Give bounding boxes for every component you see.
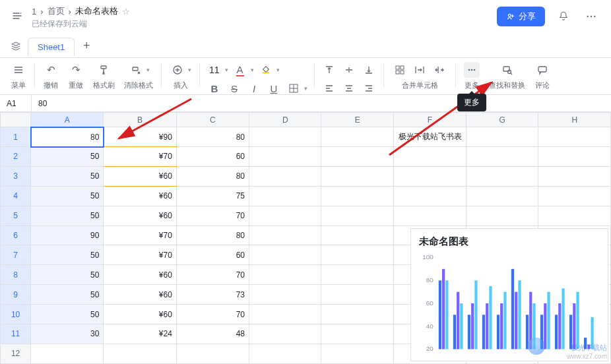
cell-C8[interactable]: 70 bbox=[176, 265, 249, 285]
menu-icon[interactable] bbox=[11, 62, 26, 78]
cell-D4[interactable] bbox=[249, 186, 321, 206]
cell-D1[interactable] bbox=[249, 127, 321, 147]
cell-E11[interactable] bbox=[321, 324, 393, 344]
cell-A6[interactable]: 90 bbox=[31, 226, 104, 245]
col-header-A[interactable]: A bbox=[31, 113, 104, 127]
select-all-corner[interactable] bbox=[1, 113, 31, 127]
cell-B10[interactable]: ¥60 bbox=[104, 305, 177, 324]
cell-A7[interactable]: 50 bbox=[31, 245, 104, 265]
align-left-button[interactable] bbox=[321, 80, 337, 96]
add-sheet-button[interactable]: + bbox=[77, 37, 96, 55]
layers-icon[interactable] bbox=[7, 37, 25, 55]
row-header-4[interactable]: 4 bbox=[1, 186, 31, 206]
cell-C11[interactable]: 48 bbox=[176, 324, 249, 344]
find-replace-button[interactable] bbox=[499, 62, 515, 78]
cell-A8[interactable]: 50 bbox=[31, 265, 104, 285]
font-size-value[interactable]: 11 bbox=[207, 65, 222, 75]
format-painter-button[interactable] bbox=[96, 62, 112, 78]
cell-C9[interactable]: 73 bbox=[176, 285, 249, 305]
cell-B3[interactable]: ¥60 bbox=[104, 166, 177, 186]
fill-color-button[interactable] bbox=[258, 62, 274, 78]
row-header-3[interactable]: 3 bbox=[1, 166, 31, 186]
wrap-button[interactable] bbox=[412, 62, 428, 78]
cell-C5[interactable]: 70 bbox=[176, 206, 249, 226]
col-header-H[interactable]: H bbox=[538, 113, 611, 127]
row-header-12[interactable]: 12 bbox=[1, 344, 31, 363]
cell-B11[interactable]: ¥24 bbox=[104, 324, 177, 344]
cell-E7[interactable] bbox=[321, 245, 393, 265]
overflow-button[interactable] bbox=[432, 62, 447, 78]
align-right-button[interactable] bbox=[361, 80, 377, 96]
strike-button[interactable]: S bbox=[226, 80, 242, 96]
cell-D12[interactable] bbox=[249, 344, 321, 363]
row-header-9[interactable]: 9 bbox=[1, 285, 31, 305]
row-header-2[interactable]: 2 bbox=[1, 147, 31, 167]
cell-B2[interactable]: ¥70 bbox=[104, 147, 177, 167]
cell-D3[interactable] bbox=[249, 166, 321, 186]
cell-A5[interactable]: 50 bbox=[31, 206, 104, 226]
tab-sheet1[interactable]: Sheet1 bbox=[28, 38, 75, 56]
cell-A11[interactable]: 30 bbox=[31, 324, 104, 344]
cell-G2[interactable] bbox=[466, 147, 538, 167]
undo-button[interactable]: ↶ bbox=[43, 62, 59, 78]
cell-H4[interactable] bbox=[538, 186, 611, 206]
cell-D6[interactable] bbox=[249, 226, 321, 245]
row-header-10[interactable]: 10 bbox=[1, 305, 31, 324]
cell-C4[interactable]: 75 bbox=[176, 186, 249, 206]
col-header-C[interactable]: C bbox=[176, 113, 249, 127]
cell-E8[interactable] bbox=[321, 265, 393, 285]
cell-D10[interactable] bbox=[249, 305, 321, 324]
cell-B4[interactable]: ¥60 bbox=[104, 186, 177, 206]
valign-top-button[interactable] bbox=[321, 62, 337, 78]
border-button[interactable] bbox=[286, 80, 302, 96]
row-header-6[interactable]: 6 bbox=[1, 226, 31, 245]
cell-H5[interactable] bbox=[538, 206, 611, 226]
font-color-button[interactable]: A bbox=[232, 62, 248, 78]
chart-panel[interactable]: 未命名图表 20406080100 bbox=[410, 228, 608, 361]
row-header-11[interactable]: 11 bbox=[1, 324, 31, 344]
cell-G1[interactable] bbox=[466, 127, 538, 147]
cell-D11[interactable] bbox=[249, 324, 321, 344]
cell-E10[interactable] bbox=[321, 305, 393, 324]
breadcrumb-home[interactable]: 首页 bbox=[48, 5, 65, 17]
col-header-B[interactable]: B bbox=[104, 113, 177, 127]
comment-button[interactable] bbox=[534, 62, 550, 78]
row-header-5[interactable]: 5 bbox=[1, 206, 31, 226]
notification-icon[interactable] bbox=[554, 7, 573, 26]
valign-middle-button[interactable] bbox=[341, 62, 357, 78]
freeze-button[interactable] bbox=[392, 62, 408, 78]
align-center-button[interactable] bbox=[341, 80, 357, 96]
cell-E6[interactable] bbox=[321, 226, 393, 245]
row-header-7[interactable]: 7 bbox=[1, 245, 31, 265]
folder-number[interactable]: 1 bbox=[32, 7, 36, 16]
cell-F5[interactable] bbox=[393, 206, 466, 226]
cell-A10[interactable]: 50 bbox=[31, 305, 104, 324]
cell-H2[interactable] bbox=[538, 147, 611, 167]
valign-bottom-button[interactable] bbox=[361, 62, 377, 78]
underline-button[interactable]: U bbox=[266, 80, 282, 96]
cell-F4[interactable] bbox=[393, 186, 466, 206]
row-header-8[interactable]: 8 bbox=[1, 265, 31, 285]
col-header-E[interactable]: E bbox=[321, 113, 393, 127]
cell-D8[interactable] bbox=[249, 265, 321, 285]
cell-A4[interactable]: 50 bbox=[31, 186, 104, 206]
share-button[interactable]: 分享 bbox=[497, 7, 545, 26]
cell-C1[interactable]: 80 bbox=[176, 127, 249, 147]
cell-D2[interactable] bbox=[249, 147, 321, 167]
more-toolbar-button[interactable] bbox=[464, 62, 480, 78]
cell-F2[interactable] bbox=[393, 147, 466, 167]
cell-A12[interactable] bbox=[31, 344, 104, 363]
formula-value[interactable]: 80 bbox=[32, 99, 47, 108]
insert-button[interactable] bbox=[170, 62, 185, 78]
col-header-D[interactable]: D bbox=[249, 113, 321, 127]
row-header-1[interactable]: 1 bbox=[1, 127, 31, 147]
cell-B7[interactable]: ¥70 bbox=[104, 245, 177, 265]
clear-format-button[interactable] bbox=[128, 62, 144, 78]
cell-G5[interactable] bbox=[466, 206, 538, 226]
cell-C12[interactable] bbox=[176, 344, 249, 363]
cell-H1[interactable] bbox=[538, 127, 611, 147]
cell-D9[interactable] bbox=[249, 285, 321, 305]
cell-C10[interactable]: 70 bbox=[176, 305, 249, 324]
col-header-F[interactable]: F bbox=[393, 113, 466, 127]
cell-F3[interactable] bbox=[393, 166, 466, 186]
